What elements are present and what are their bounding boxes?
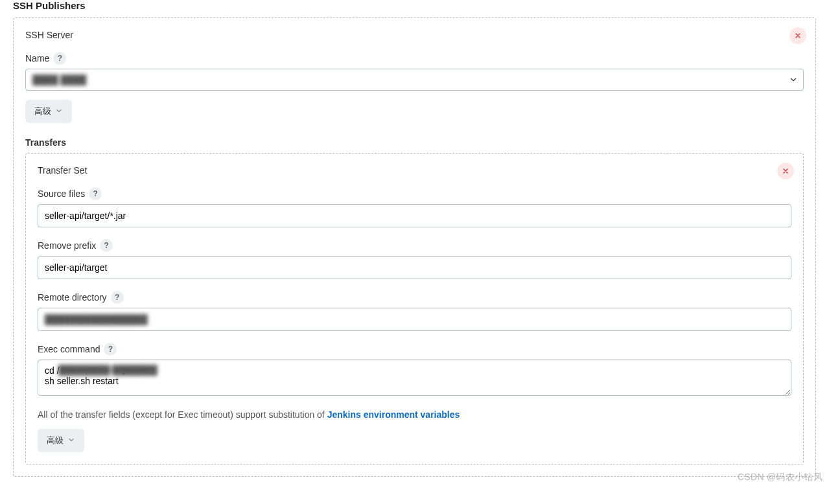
remove-transfer-set-button[interactable] xyxy=(777,163,794,179)
close-icon xyxy=(794,32,802,40)
substitution-info: All of the transfer fields (except for E… xyxy=(38,409,791,420)
source-files-label: Source files xyxy=(38,189,85,199)
remove-prefix-label: Remove prefix xyxy=(38,240,96,251)
source-files-input[interactable] xyxy=(38,204,791,227)
exec-command-label: Exec command xyxy=(38,344,100,354)
help-icon[interactable]: ? xyxy=(104,343,117,356)
remote-directory-label: Remote directory xyxy=(38,292,107,303)
advanced-button[interactable]: 高级 xyxy=(25,100,72,123)
help-icon[interactable]: ? xyxy=(100,239,113,252)
help-icon[interactable]: ? xyxy=(89,187,102,200)
chevron-down-icon xyxy=(67,436,75,446)
ssh-server-header: SSH Server xyxy=(25,30,804,40)
remove-ssh-server-button[interactable] xyxy=(789,27,806,44)
remove-prefix-input[interactable] xyxy=(38,256,791,279)
ssh-server-panel: SSH Server Name ? ████ ████ 高级 Transfers… xyxy=(13,17,816,477)
name-label: Name xyxy=(25,53,49,63)
transfer-set-header: Transfer Set xyxy=(38,165,791,176)
advanced-transfer-button-label: 高级 xyxy=(47,435,64,446)
ssh-server-name-select[interactable] xyxy=(25,69,804,91)
section-ssh-publishers: SSH Publishers xyxy=(0,0,829,17)
help-icon[interactable]: ? xyxy=(53,52,66,65)
help-icon[interactable]: ? xyxy=(111,291,124,304)
transfer-set-panel: Transfer Set Source files ? Remove prefi… xyxy=(25,153,804,464)
jenkins-env-vars-link[interactable]: Jenkins environment variables xyxy=(327,409,460,420)
advanced-transfer-button[interactable]: 高级 xyxy=(38,429,84,452)
close-icon xyxy=(782,167,789,175)
watermark: CSDN @码农小钻风 xyxy=(738,472,823,483)
exec-command-textarea[interactable] xyxy=(38,360,791,396)
info-text-prefix: All of the transfer fields (except for E… xyxy=(38,409,327,420)
transfers-label: Transfers xyxy=(25,137,804,148)
chevron-down-icon xyxy=(55,107,63,117)
remote-directory-input[interactable] xyxy=(38,308,791,331)
advanced-button-label: 高级 xyxy=(34,106,51,117)
